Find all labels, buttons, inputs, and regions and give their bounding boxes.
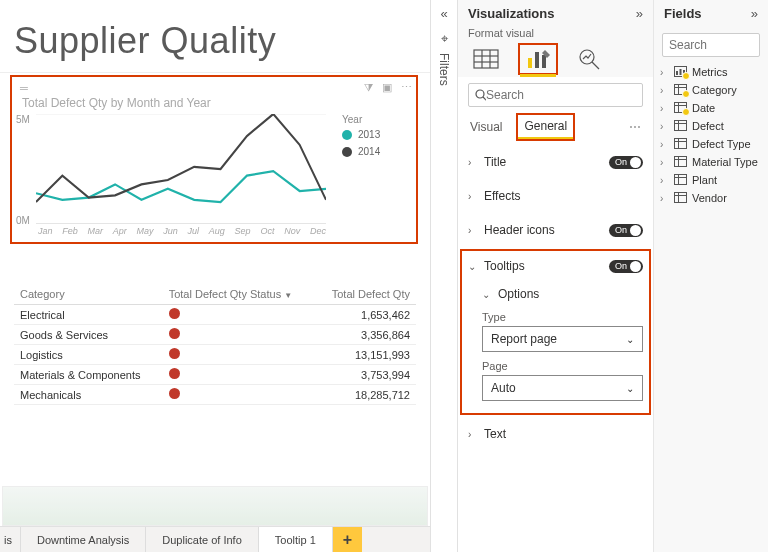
field-table-label: Category bbox=[692, 84, 737, 96]
filter-icon[interactable]: ⧩ bbox=[364, 81, 373, 93]
checked-badge-icon bbox=[682, 108, 690, 116]
card-title[interactable]: ›Title On bbox=[468, 153, 643, 171]
chevron-right-icon: › bbox=[468, 157, 478, 168]
format-visual-button[interactable] bbox=[520, 45, 556, 73]
status-dot-icon bbox=[169, 308, 180, 319]
table-icon bbox=[674, 138, 687, 149]
tooltips-toggle[interactable]: On bbox=[609, 260, 643, 273]
svg-rect-7 bbox=[528, 58, 532, 68]
chevron-right-icon: › bbox=[468, 429, 478, 440]
card-tooltips[interactable]: ⌄Tooltips On bbox=[468, 257, 643, 275]
table-row[interactable]: Logistics13,151,993 bbox=[14, 345, 416, 365]
chevron-right-icon: › bbox=[660, 139, 670, 150]
field-table-date[interactable]: › Date bbox=[654, 99, 768, 117]
format-search-input[interactable] bbox=[486, 88, 636, 102]
table-row[interactable]: Materials & Components3,753,994 bbox=[14, 365, 416, 385]
field-table-material type[interactable]: › Material Type bbox=[654, 153, 768, 171]
map-visual[interactable] bbox=[2, 486, 428, 526]
field-table-label: Vendor bbox=[692, 192, 727, 204]
chevron-down-icon: ⌄ bbox=[626, 383, 634, 394]
table-icon bbox=[674, 174, 687, 185]
line-chart-visual[interactable]: ═ ⧩ ▣ ⋯ Total Defect Qty by Month and Ye… bbox=[10, 75, 418, 244]
field-table-plant[interactable]: › Plant bbox=[654, 171, 768, 189]
field-table-category[interactable]: › Category bbox=[654, 81, 768, 99]
legend-item-2014[interactable]: 2014 bbox=[342, 146, 380, 157]
table-row[interactable]: Mechanicals18,285,712 bbox=[14, 385, 416, 405]
page-tab-duplicate[interactable]: Duplicate of Info bbox=[146, 527, 259, 552]
field-table-label: Defect Type bbox=[692, 138, 751, 150]
col-category[interactable]: Category bbox=[14, 284, 163, 305]
fields-title: Fields bbox=[664, 6, 702, 21]
format-visual-label: Format visual bbox=[458, 27, 653, 39]
card-text[interactable]: ›Text bbox=[468, 425, 643, 443]
x-axis-labels: JanFebMarAprMayJunJulAugSepOctNovDec bbox=[36, 224, 326, 238]
field-table-defect type[interactable]: › Defect Type bbox=[654, 135, 768, 153]
checked-badge-icon bbox=[682, 72, 690, 80]
report-canvas: Supplier Quality ═ ⧩ ▣ ⋯ Total Defect Qt… bbox=[0, 0, 430, 552]
filters-label[interactable]: Filters bbox=[437, 53, 451, 86]
filters-pane-collapsed: « ⌖ Filters bbox=[430, 0, 458, 552]
fields-search-input[interactable] bbox=[669, 38, 768, 52]
field-table-defect[interactable]: › Defect bbox=[654, 117, 768, 135]
format-tab-visual[interactable]: Visual bbox=[468, 116, 504, 138]
chevron-down-icon: ⌄ bbox=[468, 261, 478, 272]
field-table-metrics[interactable]: › Metrics bbox=[654, 63, 768, 81]
table-row[interactable]: Electrical1,653,462 bbox=[14, 305, 416, 325]
chevron-right-icon: › bbox=[660, 157, 670, 168]
page-tab-tooltip1[interactable]: Tooltip 1 bbox=[259, 527, 333, 552]
fields-search[interactable] bbox=[662, 33, 760, 57]
collapse-viz-icon[interactable]: » bbox=[636, 6, 643, 21]
table-icon bbox=[674, 192, 687, 203]
title-toggle[interactable]: On bbox=[609, 156, 643, 169]
page-tab-downtime[interactable]: Downtime Analysis bbox=[21, 527, 146, 552]
table-visual[interactable]: Category Total Defect Qty Status ▼ Total… bbox=[14, 284, 416, 405]
fields-pane: Fields » › Metrics › Category › Date › D… bbox=[654, 0, 768, 552]
page-tab-cut[interactable]: is bbox=[0, 527, 21, 552]
svg-rect-35 bbox=[675, 175, 687, 185]
field-table-label: Plant bbox=[692, 174, 717, 186]
svg-rect-26 bbox=[675, 121, 687, 131]
field-table-label: Metrics bbox=[692, 66, 727, 78]
collapse-fields-icon[interactable]: » bbox=[751, 6, 758, 21]
field-table-label: Material Type bbox=[692, 156, 758, 168]
col-status[interactable]: Total Defect Qty Status ▼ bbox=[163, 284, 315, 305]
legend-item-2013[interactable]: 2013 bbox=[342, 129, 380, 140]
card-header-icons[interactable]: ›Header icons On bbox=[468, 221, 643, 239]
expand-filters-icon[interactable]: « bbox=[440, 6, 447, 21]
add-page-button[interactable]: + bbox=[333, 527, 362, 552]
tooltip-page-select[interactable]: Auto⌄ bbox=[482, 375, 643, 401]
card-effects[interactable]: ›Effects bbox=[468, 187, 643, 205]
tooltip-type-select[interactable]: Report page⌄ bbox=[482, 326, 643, 352]
format-search[interactable] bbox=[468, 83, 643, 107]
svg-line-11 bbox=[592, 62, 599, 69]
visualizations-title: Visualizations bbox=[468, 6, 554, 21]
header-icons-toggle[interactable]: On bbox=[609, 224, 643, 237]
focus-mode-icon[interactable]: ▣ bbox=[382, 81, 392, 93]
status-dot-icon bbox=[169, 368, 180, 379]
svg-point-12 bbox=[476, 90, 484, 98]
chevron-right-icon: › bbox=[468, 225, 478, 236]
analytics-button[interactable] bbox=[572, 45, 608, 73]
svg-rect-9 bbox=[542, 55, 546, 68]
field-table-vendor[interactable]: › Vendor bbox=[654, 189, 768, 207]
checked-badge-icon bbox=[682, 90, 690, 98]
status-dot-icon bbox=[169, 388, 180, 399]
build-visual-button[interactable] bbox=[468, 45, 504, 73]
more-options-icon[interactable]: ⋯ bbox=[401, 81, 412, 93]
chevron-right-icon: › bbox=[660, 193, 670, 204]
col-qty[interactable]: Total Defect Qty bbox=[315, 284, 416, 305]
page-tab-bar: is Downtime Analysis Duplicate of Info T… bbox=[0, 526, 430, 552]
format-tab-general[interactable]: General bbox=[518, 115, 573, 139]
field-table-label: Date bbox=[692, 102, 715, 114]
chevron-down-icon: ⌄ bbox=[626, 334, 634, 345]
chevron-down-icon: ⌄ bbox=[482, 289, 492, 300]
page-title: Supplier Quality bbox=[0, 0, 430, 73]
card-tooltips-options[interactable]: ⌄Options bbox=[482, 285, 643, 303]
table-row[interactable]: Goods & Services3,356,864 bbox=[14, 325, 416, 345]
format-more-icon[interactable]: ⋯ bbox=[629, 120, 643, 134]
chart-plot-area bbox=[36, 114, 326, 224]
filters-funnel-icon: ⌖ bbox=[441, 31, 448, 47]
legend-title: Year bbox=[342, 114, 380, 125]
grip-icon[interactable]: ═ bbox=[20, 82, 28, 94]
svg-rect-2 bbox=[474, 50, 498, 68]
